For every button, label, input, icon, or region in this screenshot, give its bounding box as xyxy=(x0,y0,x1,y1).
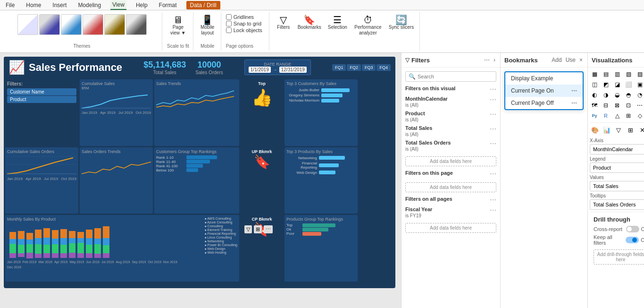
current-page-off-item[interactable]: Current Page Off ⋯ xyxy=(505,97,583,109)
bookmarks-add-btn[interactable]: Add xyxy=(551,56,562,64)
viz-icon-100-bar[interactable]: ▥ xyxy=(612,69,622,79)
theme-swatch-5[interactable] xyxy=(104,14,125,35)
theme-swatch-2[interactable] xyxy=(39,14,60,35)
tooltips-dropdown[interactable]: Total Sales Orders ✕ xyxy=(590,199,644,210)
cross-report-toggle[interactable] xyxy=(626,226,639,232)
fiscal-year-dots[interactable]: ⋯ xyxy=(490,206,496,214)
add-data-fields-all-pages-btn[interactable]: Add data fields here xyxy=(405,223,496,233)
bookmarks-btn[interactable]: 🔖 Bookmarks xyxy=(296,14,323,31)
viz-icon-card[interactable]: ◐ xyxy=(590,90,599,100)
gridlines-checkbox[interactable] xyxy=(226,14,232,20)
viz-icon-matrix[interactable]: ▣ xyxy=(635,80,644,89)
drill-through-section: Drill through Cross-report Off Keep all … xyxy=(590,212,644,268)
viz-icon-clustered-bar[interactable]: ▤ xyxy=(601,69,611,79)
page-view-btn[interactable]: 🖥 Pageview ▼ xyxy=(168,14,188,37)
main-layout: onl 📈 Sales Performance $5,114,683 Total… xyxy=(0,53,644,308)
canvas-area: onl 📈 Sales Performance $5,114,683 Total… xyxy=(0,53,401,308)
menu-modeling[interactable]: Modeling xyxy=(76,1,103,9)
format-analytics-icon[interactable]: 📊 xyxy=(602,125,612,135)
menu-view[interactable]: View xyxy=(110,0,126,10)
filters-search-input[interactable] xyxy=(418,74,493,79)
legend-dropdown[interactable]: Product ✕ xyxy=(590,163,644,173)
theme-swatch-3[interactable] xyxy=(61,14,82,35)
date-end[interactable]: 12/31/2019 xyxy=(279,67,307,73)
viz-icon-map[interactable]: ◔ xyxy=(635,90,644,100)
viz-icon-custom3[interactable]: ◇ xyxy=(635,111,644,120)
fq1-btn[interactable]: FQ1 xyxy=(332,64,346,71)
add-data-fields-visual-btn[interactable]: Add data fields here xyxy=(405,156,496,166)
product-chip[interactable]: Product xyxy=(7,96,76,103)
x-axis-dropdown[interactable]: MonthInCalendar ✕ xyxy=(590,144,644,154)
format-x-icon[interactable]: ✕ xyxy=(637,125,644,135)
menu-data-drill[interactable]: Data / Drill xyxy=(186,1,220,9)
viz-format-icons: 🎨 📊 ▽ ⊞ ✕ xyxy=(590,122,644,135)
viz-icon-table[interactable]: ⬜ xyxy=(624,80,633,89)
format-filter-icon[interactable]: ▽ xyxy=(613,125,624,135)
perf-analyzer-btn[interactable]: ⏱ Performance analyzer xyxy=(352,14,384,37)
selection-btn[interactable]: ☰ Selection xyxy=(326,14,349,31)
filters-on-visual-dots[interactable]: ⋯ xyxy=(490,86,496,93)
product-filter-dots[interactable]: ⋯ xyxy=(490,111,496,118)
filters-more-btn[interactable]: ⋯ xyxy=(483,56,491,64)
menu-file[interactable]: File xyxy=(4,1,17,9)
total-sales-filter-dots[interactable]: ⋯ xyxy=(490,125,496,133)
mobile-layout-btn[interactable]: 📱 Mobilelayout xyxy=(198,14,217,37)
fq4-btn[interactable]: FQ4 xyxy=(376,64,391,71)
menu-insert[interactable]: Insert xyxy=(50,1,68,9)
customer-name-chip[interactable]: Customer Name xyxy=(7,88,76,95)
fq3-btn[interactable]: FQ3 xyxy=(362,64,376,71)
viz-icon-funnel[interactable]: ⋯ xyxy=(635,101,644,110)
filters-on-page-dots[interactable]: ⋯ xyxy=(490,170,496,178)
keep-all-filters-toggle[interactable] xyxy=(626,237,639,243)
snap-to-grid-label: Snap to grid xyxy=(234,21,261,26)
format-paint-icon[interactable]: 🎨 xyxy=(590,125,600,135)
viz-icon-waterfall[interactable]: ⊡ xyxy=(624,101,633,110)
viz-icon-pie[interactable]: ◫ xyxy=(590,80,599,89)
bookmarks-use-btn[interactable]: Use xyxy=(565,56,577,64)
chart-expand-btn[interactable]: ⊞ xyxy=(254,225,262,233)
sync-slicers-btn[interactable]: 🔄 Sync slicers xyxy=(387,14,416,31)
theme-swatch-1[interactable] xyxy=(17,14,38,35)
total-sales-orders-dots[interactable]: ⋯ xyxy=(490,140,496,147)
date-start[interactable]: 1/1/2019 xyxy=(249,67,271,73)
filters-on-all-pages-dots[interactable]: ⋯ xyxy=(490,196,496,204)
add-drill-through-btn[interactable]: Add drill-through fields here xyxy=(594,249,644,265)
viz-icon-custom2[interactable]: ⊞ xyxy=(624,111,633,120)
viz-icon-kpi[interactable]: ◒ xyxy=(612,90,622,100)
viz-icon-donut[interactable]: ◩ xyxy=(601,80,611,89)
viz-icon-stacked-bar[interactable]: ▦ xyxy=(590,69,599,79)
fq2-btn[interactable]: FQ2 xyxy=(347,64,361,71)
month-in-calendar-dots[interactable]: ⋯ xyxy=(490,96,496,103)
menu-format[interactable]: Format xyxy=(157,1,179,9)
viz-icon-gauge[interactable]: ⊠ xyxy=(612,101,622,110)
filters-btn[interactable]: ▽ Filters xyxy=(274,14,293,31)
values-dropdown[interactable]: Total Sales ✕ xyxy=(590,181,644,191)
theme-swatch-4[interactable] xyxy=(83,14,103,35)
filters-panel: ▽ Filters ⋯ › 🔍 Filters on this visual xyxy=(401,53,500,308)
chart-filter-btn[interactable]: ▽ xyxy=(244,225,252,233)
format-fields-icon[interactable]: ⊞ xyxy=(625,125,636,135)
bookmarks-close-btn[interactable]: × xyxy=(578,56,584,64)
viz-icon-custom1[interactable]: △ xyxy=(612,111,622,120)
viz-icon-slicer[interactable]: ◓ xyxy=(624,90,633,100)
viz-icon-r[interactable]: R xyxy=(601,111,611,120)
viz-icon-py[interactable]: Py xyxy=(590,111,599,120)
viz-icon-treemap[interactable]: ⊟ xyxy=(601,101,611,110)
lock-objects-checkbox[interactable] xyxy=(226,27,232,33)
add-data-fields-page-btn[interactable]: Add data fields here xyxy=(405,182,496,192)
filters-card: Filters: Customer Name Product xyxy=(5,79,78,146)
menu-home[interactable]: Home xyxy=(24,1,43,9)
current-page-on-item[interactable]: Current Page On ⋯ xyxy=(505,85,583,97)
display-example-item[interactable]: Display Example xyxy=(505,72,583,85)
viz-icon-line[interactable]: ▧ xyxy=(624,69,633,79)
menu-help[interactable]: Help xyxy=(134,1,150,9)
snap-to-grid-checkbox[interactable] xyxy=(226,21,232,26)
viz-icon-shape-map[interactable]: 🗺 xyxy=(590,101,599,110)
chart-more-btn[interactable]: ⋯ xyxy=(264,225,273,233)
filters-chevron-btn[interactable]: › xyxy=(493,56,496,64)
viz-icon-multirow[interactable]: ◑ xyxy=(601,90,611,100)
theme-swatch-6[interactable] xyxy=(126,14,147,35)
viz-icon-area[interactable]: ▨ xyxy=(635,69,644,79)
viz-icon-scatter[interactable]: ◪ xyxy=(612,80,622,89)
svg-rect-20 xyxy=(43,228,50,238)
